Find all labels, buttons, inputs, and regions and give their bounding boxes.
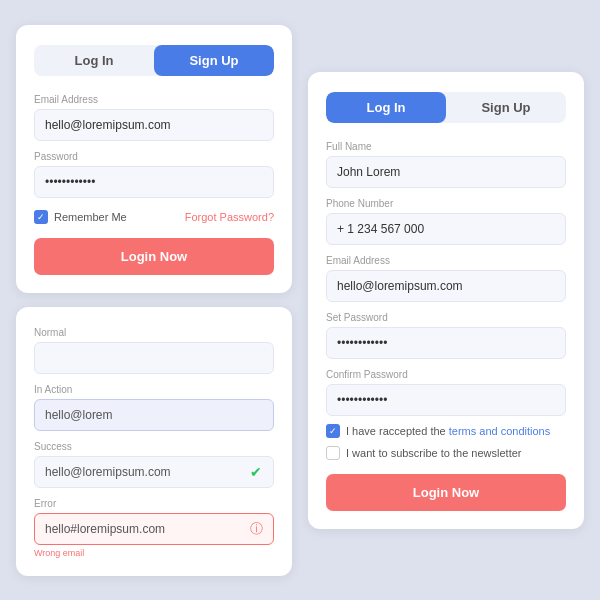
success-wrap: ✔ <box>34 456 274 488</box>
terms-prefix: I have raccepted the <box>346 425 449 437</box>
phone-label: Phone Number <box>326 198 566 209</box>
email-input[interactable] <box>34 109 274 141</box>
tab-login[interactable]: Log In <box>34 45 154 76</box>
newsletter-label: I want to subscribe to the newsletter <box>346 447 521 459</box>
left-column: Log In Sign Up Email Address Password ✓ … <box>16 25 292 576</box>
error-input[interactable] <box>34 513 274 545</box>
right-column: Log In Sign Up Full Name Phone Number Em… <box>308 72 584 529</box>
fullname-wrap <box>326 156 566 188</box>
terms-text: I have raccepted the terms and condition… <box>346 425 550 437</box>
normal-input[interactable] <box>34 342 274 374</box>
right-email-input[interactable] <box>326 270 566 302</box>
in-action-label: In Action <box>34 384 274 395</box>
set-password-input[interactable] <box>326 327 566 359</box>
login-card: Log In Sign Up Email Address Password ✓ … <box>16 25 292 293</box>
terms-checkbox[interactable]: ✓ <box>326 424 340 438</box>
signup-card: Log In Sign Up Full Name Phone Number Em… <box>308 72 584 529</box>
forgot-password-link[interactable]: Forgot Password? <box>185 211 274 223</box>
terms-check-icon: ✓ <box>329 426 337 436</box>
right-email-label: Email Address <box>326 255 566 266</box>
password-input[interactable] <box>34 166 274 198</box>
tab-right-signup[interactable]: Sign Up <box>446 92 566 123</box>
newsletter-checkbox[interactable] <box>326 446 340 460</box>
success-icon: ✔ <box>248 464 264 480</box>
email-wrap <box>34 109 274 141</box>
terms-link[interactable]: terms and conditions <box>449 425 551 437</box>
error-message: Wrong email <box>34 548 274 558</box>
phone-wrap <box>326 213 566 245</box>
login-tabs: Log In Sign Up <box>34 45 274 76</box>
success-label: Success <box>34 441 274 452</box>
in-action-wrap <box>34 399 274 431</box>
fullname-input[interactable] <box>326 156 566 188</box>
check-icon: ✓ <box>37 212 45 222</box>
signup-login-button[interactable]: Login Now <box>326 474 566 511</box>
confirm-password-wrap <box>326 384 566 416</box>
right-email-wrap <box>326 270 566 302</box>
set-password-wrap <box>326 327 566 359</box>
success-input[interactable] <box>34 456 274 488</box>
normal-label: Normal <box>34 327 274 338</box>
email-label: Email Address <box>34 94 274 105</box>
remember-checkbox[interactable]: ✓ <box>34 210 48 224</box>
tab-signup[interactable]: Sign Up <box>154 45 274 76</box>
signup-tabs: Log In Sign Up <box>326 92 566 123</box>
password-label: Password <box>34 151 274 162</box>
error-wrap: ⓘ <box>34 513 274 545</box>
tab-right-login[interactable]: Log In <box>326 92 446 123</box>
phone-input[interactable] <box>326 213 566 245</box>
in-action-input[interactable] <box>34 399 274 431</box>
newsletter-row: I want to subscribe to the newsletter <box>326 446 566 460</box>
terms-row: ✓ I have raccepted the terms and conditi… <box>326 424 566 438</box>
remember-label: Remember Me <box>54 211 127 223</box>
remember-row: ✓ Remember Me Forgot Password? <box>34 210 274 224</box>
password-wrap <box>34 166 274 198</box>
error-label: Error <box>34 498 274 509</box>
login-button[interactable]: Login Now <box>34 238 274 275</box>
confirm-password-label: Confirm Password <box>326 369 566 380</box>
confirm-password-input[interactable] <box>326 384 566 416</box>
error-icon: ⓘ <box>248 521 264 537</box>
fullname-label: Full Name <box>326 141 566 152</box>
input-states-card: Normal In Action Success ✔ Error ⓘ Wrong… <box>16 307 292 576</box>
normal-wrap <box>34 342 274 374</box>
set-password-label: Set Password <box>326 312 566 323</box>
